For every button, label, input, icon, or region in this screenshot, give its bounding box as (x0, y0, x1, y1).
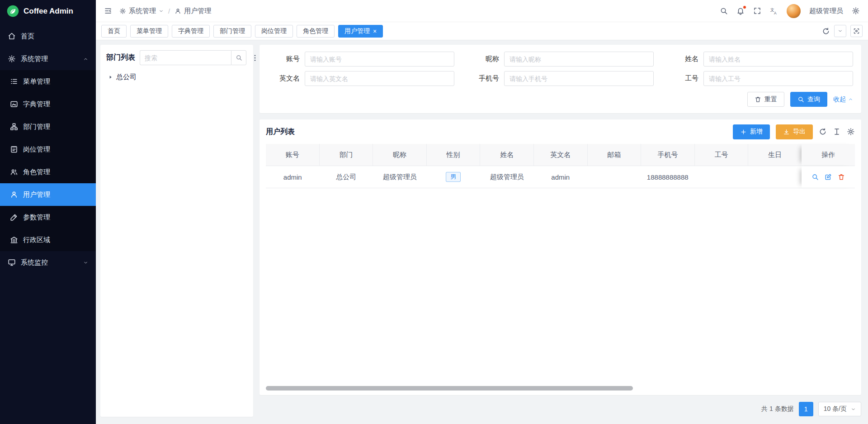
field-label: 昵称 (467, 55, 504, 63)
table-settings-button[interactable] (847, 128, 855, 136)
english-name-input[interactable] (305, 71, 454, 86)
page-1-button[interactable]: 1 (799, 402, 813, 416)
user-list-title: 用户列表 (266, 127, 295, 137)
picture-icon (10, 100, 18, 108)
breadcrumb: 系统管理 / 用户管理 (119, 7, 211, 15)
chevron-up-icon (83, 57, 88, 62)
sidebar-item-post-mgmt[interactable]: 岗位管理 (0, 138, 96, 161)
export-button[interactable]: 导出 (776, 124, 813, 139)
view-row-button[interactable] (811, 173, 819, 181)
close-icon[interactable]: × (373, 28, 377, 34)
tab-home[interactable]: 首页 (101, 25, 127, 38)
pagination: 共 1 条数据 1 10 条/页 (259, 401, 861, 417)
sidebar-item-label: 岗位管理 (23, 145, 88, 154)
edit-icon (825, 173, 832, 181)
people-icon (10, 168, 18, 176)
more-vertical-icon (251, 54, 259, 62)
person-icon (175, 8, 181, 14)
sidebar-item-label: 用户管理 (23, 191, 88, 199)
sidebar-item-home[interactable]: 首页 (0, 25, 96, 48)
edit-row-button[interactable] (825, 173, 832, 181)
department-more-button[interactable] (251, 54, 259, 62)
gear-icon (8, 55, 16, 63)
tab-dict-mgmt[interactable]: 字典管理 (172, 25, 210, 38)
add-user-button[interactable]: 新增 (733, 124, 770, 139)
avatar[interactable] (787, 4, 801, 18)
account-input[interactable] (305, 52, 454, 67)
column-header-actions: 操作 (802, 144, 855, 166)
reset-button[interactable]: 重置 (747, 92, 784, 107)
notification-button[interactable] (736, 7, 745, 15)
field-name: 姓名 (666, 52, 853, 67)
density-icon (833, 128, 841, 136)
refresh-table-button[interactable] (819, 128, 827, 136)
sidebar-item-region[interactable]: 行政区域 (0, 229, 96, 251)
fullscreen-button[interactable] (753, 7, 761, 15)
search-submit-button[interactable]: 查询 (790, 92, 827, 107)
sidebar-item-param-mgmt[interactable]: 参数管理 (0, 206, 96, 229)
settings-button[interactable] (852, 7, 860, 15)
breadcrumb-label: 用户管理 (184, 7, 211, 15)
breadcrumb-separator: / (168, 7, 170, 15)
sidebar-item-system[interactable]: 系统管理 (0, 48, 96, 70)
collapse-filter-button[interactable]: 收起 (833, 95, 853, 104)
department-search-button[interactable] (231, 50, 246, 65)
phone-input[interactable] (504, 71, 654, 86)
refresh-tab-button[interactable] (822, 27, 830, 35)
gear-icon (847, 128, 855, 136)
department-search (140, 50, 246, 65)
fullscreen-icon (753, 7, 761, 15)
tab-label: 用户管理 (344, 27, 370, 35)
sidebar-item-label: 部门管理 (23, 123, 88, 131)
name-input[interactable] (703, 52, 853, 67)
sidebar-item-monitor[interactable]: 系统监控 (0, 251, 96, 274)
field-label: 工号 (666, 74, 703, 83)
tree-expand-icon[interactable] (108, 75, 113, 80)
sidebar-item-dept-mgmt[interactable]: 部门管理 (0, 115, 96, 138)
sidebar-item-role-mgmt[interactable]: 角色管理 (0, 161, 96, 183)
pagination-total: 共 1 条数据 (761, 405, 794, 413)
field-account: 账号 (268, 52, 454, 67)
department-panel-title: 部门列表 (106, 53, 135, 62)
tab-actions-dropdown[interactable] (834, 25, 846, 37)
delete-row-button[interactable] (838, 173, 845, 181)
column-header-account: 账号 (266, 144, 320, 166)
page-size-value: 10 条/页 (824, 405, 847, 413)
sidebar-collapse-button[interactable] (104, 7, 112, 15)
translate-icon: 文A (770, 7, 778, 15)
filter-actions: 重置 查询 收起 (268, 92, 853, 107)
table-density-button[interactable] (833, 128, 841, 136)
language-button[interactable]: 文A (770, 7, 778, 15)
cell-workno (694, 166, 748, 188)
field-label: 账号 (268, 55, 305, 63)
tab-menu-mgmt[interactable]: 菜单管理 (130, 25, 168, 38)
current-user-name[interactable]: 超级管理员 (809, 7, 843, 15)
tab-role-mgmt[interactable]: 角色管理 (297, 25, 335, 38)
app-logo[interactable]: Coffee Admin (0, 0, 96, 22)
cell-actions (802, 166, 855, 188)
field-label: 姓名 (666, 55, 703, 63)
nickname-input[interactable] (504, 52, 654, 67)
breadcrumb-user-mgmt[interactable]: 用户管理 (175, 7, 211, 15)
tab-label: 岗位管理 (261, 27, 287, 35)
tab-post-mgmt[interactable]: 岗位管理 (255, 25, 293, 38)
pencil-icon (10, 213, 18, 221)
sidebar-item-dict-mgmt[interactable]: 字典管理 (0, 93, 96, 115)
horizontal-scrollbar[interactable] (266, 386, 633, 391)
search-icon (811, 173, 819, 181)
export-button-label: 导出 (793, 128, 806, 136)
tab-dept-mgmt[interactable]: 部门管理 (213, 25, 251, 38)
sidebar-item-menu-mgmt[interactable]: 菜单管理 (0, 70, 96, 93)
search-icon (236, 54, 242, 61)
sidebar-item-user-mgmt[interactable]: 用户管理 (0, 183, 96, 206)
refresh-icon (819, 128, 827, 136)
content-fullscreen-button[interactable] (850, 25, 863, 37)
column-header-workno: 工号 (695, 144, 749, 166)
page-size-select[interactable]: 10 条/页 (818, 402, 861, 416)
tree-node-root[interactable]: 总公司 (106, 71, 247, 84)
department-search-input[interactable] (140, 50, 231, 65)
tab-user-mgmt[interactable]: 用户管理 × (338, 25, 383, 38)
search-button[interactable] (720, 7, 728, 15)
breadcrumb-system[interactable]: 系统管理 (119, 7, 164, 15)
workno-input[interactable] (703, 71, 853, 86)
